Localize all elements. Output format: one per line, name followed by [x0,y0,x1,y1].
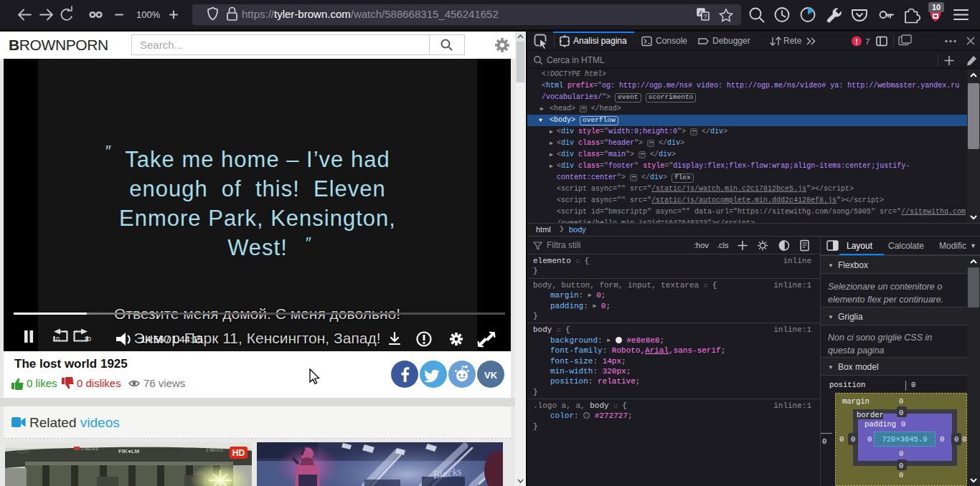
svg-text:0: 0 [899,397,903,406]
svg-text:!: ! [855,37,858,46]
svg-text:Z RECKS: Z RECKS [81,447,98,451]
svg-text:0: 0 [899,462,903,470]
svg-text:?: ? [703,13,707,20]
svg-text:Z RECKS: Z RECKS [206,448,223,452]
svg-text:10: 10 [932,3,941,11]
svg-text:FIK●LM: FIK●LM [118,448,140,454]
svg-text:0: 0 [839,435,844,444]
svg-text:NDR: NDR [17,449,29,455]
svg-text:0: 0 [867,435,872,444]
svg-text:padding: padding [864,420,896,429]
svg-text:0: 0 [911,381,915,389]
svg-text:0: 0 [822,437,826,446]
svg-text:0: 0 [899,409,903,417]
svg-text:10: 10 [52,335,60,343]
svg-text:0: 0 [899,449,903,458]
svg-text:7: 7 [865,37,870,46]
svg-text:0: 0 [899,471,903,480]
svg-text:10: 10 [84,335,91,343]
svg-text:border: border [857,411,884,419]
svg-text:VK: VK [484,370,498,381]
svg-text:720×3645.9: 720×3645.9 [882,435,927,444]
svg-text:0: 0 [962,435,966,444]
svg-text:0: 0 [901,420,905,429]
svg-text:0: 0 [940,435,944,444]
svg-text:HD: HD [232,448,245,458]
svg-text:position: position [829,381,865,389]
svg-text:0: 0 [851,435,855,444]
svg-text:margin: margin [842,397,870,406]
svg-text:0: 0 [954,435,958,444]
